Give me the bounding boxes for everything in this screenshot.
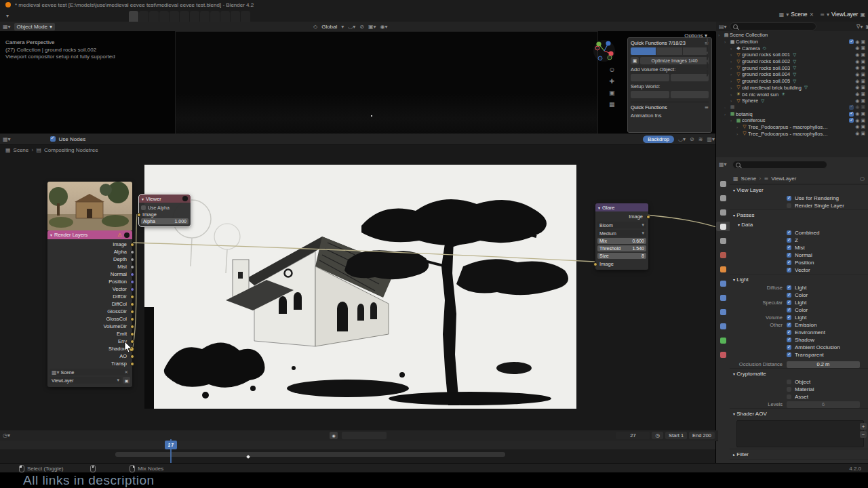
view-layer-selector[interactable]: ViewLayer	[831, 11, 859, 18]
outliner-row[interactable]: › ▽ Tree_Podocarpus - macrophyllos_E_spr…	[716, 130, 868, 137]
current-frame-field[interactable]: 27	[616, 432, 650, 439]
engine-button[interactable]	[656, 47, 682, 55]
end-frame-field[interactable]: End 200	[689, 432, 715, 439]
checkbox-row[interactable]: Diffuse Light	[730, 284, 868, 291]
outliner-row[interactable]: › ▽ ground rocks soil.003 ▽ ◉ ▣	[716, 64, 868, 71]
properties-editor[interactable]: ▦▾ ▦ Scene › ≡ ViewLayer ○ ▾ View Layer …	[716, 157, 868, 463]
outliner-row[interactable]: › ▽ Tree_Podocarpus - macrophyllos_E_spr…	[716, 124, 868, 131]
outliner-row[interactable]: › ▦ ◉ ▣	[716, 104, 868, 111]
checkbox-row[interactable]: Use for Rendering	[730, 195, 868, 202]
panel-grip-icon[interactable]: ≡	[705, 104, 709, 110]
workspace-tab[interactable]	[220, 11, 230, 22]
node-output-socket[interactable]: Normal	[47, 270, 132, 278]
timeline-ruler[interactable]: 27	[0, 441, 715, 450]
render-camera-icon[interactable]: ▣	[861, 45, 865, 51]
proportional-edit-icon[interactable]: ⊘	[359, 24, 364, 30]
engine-button[interactable]	[631, 47, 656, 55]
node-output-socket[interactable]: GlossDir	[47, 308, 132, 315]
outliner-row[interactable]: › ▽ ground rocks soil.001 ▽ ◉ ▣	[716, 52, 868, 58]
glare-node[interactable]: ▾ Glare Image Bloom▾ Medium▾ Mix0.600 Th…	[595, 203, 648, 270]
tab-physics[interactable]	[716, 307, 730, 317]
node-input-socket[interactable]: Image	[595, 260, 648, 268]
editor-type-icon[interactable]: ▦▾	[719, 161, 727, 167]
prev-keyframe-button[interactable]	[349, 432, 357, 439]
checkbox-row[interactable]: Material	[730, 386, 868, 393]
overlays-toggle-icon[interactable]: ◉▾	[380, 24, 388, 30]
proportional-edit-icon[interactable]: ⊘	[690, 136, 694, 142]
tab-material[interactable]	[716, 350, 730, 359]
editor-type-icon[interactable]: ◷▾	[3, 432, 10, 439]
scene-selector[interactable]: Scene	[791, 11, 807, 18]
hide-eye-icon[interactable]: ◉	[855, 111, 859, 117]
occlusion-distance-slider[interactable]: 0.2 m	[787, 361, 860, 368]
tab-scene[interactable]	[716, 236, 730, 245]
workspace-tab[interactable]	[190, 11, 199, 22]
optimize-images-button[interactable]: Optimize Images 1/40	[640, 57, 709, 64]
render-camera-icon[interactable]: ▣	[861, 118, 865, 123]
alpha-slider[interactable]: Alpha 1.000	[141, 218, 189, 224]
checkbox-row[interactable]: Shadow	[730, 336, 868, 344]
world-button[interactable]	[631, 91, 669, 98]
next-keyframe-button[interactable]	[372, 432, 379, 439]
node-output-socket[interactable]: Emit	[47, 330, 132, 338]
collapse-icon[interactable]: ▾	[142, 197, 144, 201]
auto-keying-button[interactable]: ◉	[330, 432, 338, 439]
hide-eye-icon[interactable]: ◉	[855, 98, 859, 104]
workspace-tab[interactable]	[200, 11, 210, 22]
render-camera-icon[interactable]: ▣	[861, 131, 865, 136]
expand-icon[interactable]: ›	[730, 59, 735, 64]
hide-eye-icon[interactable]: ◉	[855, 39, 859, 45]
node-output-socket[interactable]: Image	[595, 213, 648, 220]
snap-icon[interactable]: ◡▾	[348, 24, 355, 30]
node-output-socket[interactable]: Position	[47, 278, 132, 285]
timeline-scrollbar[interactable]	[115, 452, 505, 457]
node-input-socket[interactable]: Image	[141, 211, 189, 218]
unlink-icon[interactable]: ×	[809, 12, 814, 18]
outliner-row[interactable]: › ▽ old medieval brick building ▽ ◉ ▣	[716, 85, 868, 92]
timeline-track[interactable]	[0, 449, 715, 463]
hide-eye-icon[interactable]: ◉	[855, 92, 859, 97]
tab-output[interactable]	[716, 207, 730, 217]
panel-title[interactable]: Filter	[736, 451, 749, 458]
outliner-row[interactable]: › ▦ Collection ◉ ▣	[716, 39, 868, 45]
filter-icon[interactable]: ∇▾	[856, 24, 863, 30]
tab-particles[interactable]	[716, 293, 730, 302]
tab-constraints[interactable]	[716, 321, 730, 331]
use-preview-range-icon[interactable]: ◷	[652, 432, 663, 439]
expand-icon[interactable]: ›	[730, 66, 735, 70]
workspace-tab[interactable]	[170, 11, 179, 22]
expand-icon[interactable]: ›	[730, 79, 735, 83]
outliner-row[interactable]: › ▽ ground rocks soil.005 ▽ ◉ ▣	[716, 78, 868, 85]
workspace-tab[interactable]	[159, 11, 169, 22]
hide-eye-icon[interactable]: ◉	[855, 118, 859, 123]
breadcrumb-scene[interactable]: Scene	[14, 147, 29, 153]
volume-button[interactable]	[631, 74, 669, 81]
expand-icon[interactable]: ›	[730, 98, 735, 103]
backdrop-toggle-button[interactable]: Backdrop	[643, 136, 674, 143]
unlink-icon[interactable]: ×	[124, 369, 128, 375]
quick-panel-title[interactable]: Quick Functions 7/18/23	[631, 40, 686, 46]
checkbox-row[interactable]: Color	[730, 306, 868, 314]
animation-fns-label[interactable]: Animation fns	[631, 113, 709, 119]
expand-icon[interactable]: ›	[730, 52, 735, 57]
outliner[interactable]: › ▤ Scene Collection ◉ ▣ › ▦ Collection …	[716, 31, 868, 158]
blender-menu-icon[interactable]	[0, 13, 6, 19]
sidebar-tab[interactable]	[707, 37, 708, 44]
sidebar-tab[interactable]	[707, 45, 708, 52]
jump-end-button[interactable]	[379, 432, 387, 439]
checkbox-row[interactable]: Asset	[730, 393, 868, 401]
workspace-tab[interactable]	[210, 11, 220, 22]
node-output-socket[interactable]: Image	[47, 241, 132, 248]
outliner-row[interactable]: › ▦ botaniq ◉ ▣	[716, 110, 868, 117]
outliner-search-input[interactable]	[730, 22, 816, 30]
checkbox-row[interactable]: Position	[730, 259, 868, 266]
outliner-row[interactable]: › ▽ ground rocks soil.004 ▽ ◉ ▣	[716, 71, 868, 78]
checkbox-row[interactable]: Environment	[730, 329, 868, 336]
collapse-icon[interactable]: ▾	[598, 205, 600, 210]
navigation-gizmo[interactable]	[593, 39, 616, 62]
render-layer-button[interactable]: ▣	[123, 377, 130, 384]
checkbox-row[interactable]: Z	[730, 237, 868, 244]
sidebar-tab[interactable]	[707, 70, 708, 77]
workspace-tab[interactable]	[139, 11, 149, 22]
expand-icon[interactable]: ›	[730, 92, 735, 97]
